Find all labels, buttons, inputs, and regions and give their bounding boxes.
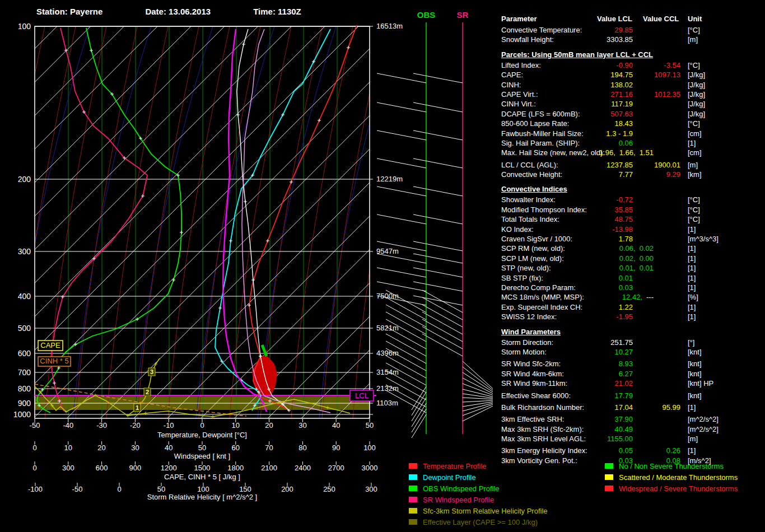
temp-axis-tick-label: 20 — [265, 421, 273, 430]
isotherm-line — [0, 26, 225, 418]
pressure-tick-label: 500 — [18, 324, 31, 333]
row-unit: [1] — [688, 283, 696, 292]
row-unit: [°C] — [688, 26, 700, 34]
row-value-ccl: 1097.13 — [493, 71, 680, 79]
row-value-ccl: 0.26 — [493, 446, 680, 455]
srh-axis-tick-label: 300 — [365, 485, 377, 493]
row-value-ccl: 9.29 — [493, 170, 680, 179]
skewt-app-window: Station: PayerneDate: 13.06.2013Time: 11… — [0, 0, 765, 532]
row-unit: [1] — [688, 264, 696, 272]
row-value-lcl: -13.98 — [493, 225, 633, 234]
temp-axis-tick-label: 40 — [332, 421, 340, 430]
wind-axis-axis-title: Windspeed [ knt ] — [174, 452, 230, 460]
srh-axis-tick-label: 50 — [157, 485, 165, 493]
row-unit: [knt] — [688, 348, 702, 356]
pressure-tick-label: 900 — [18, 399, 31, 408]
sr-wind-barb — [413, 130, 463, 140]
sr-wind-barb — [413, 73, 463, 83]
moist-adiabat-line — [445, 26, 493, 418]
row-unit: [1] — [688, 446, 696, 455]
isotherm-line — [34, 26, 426, 418]
height-label: 3154m — [376, 368, 399, 376]
srh-km-label: 2 — [146, 389, 149, 395]
row-unit: [knt] — [688, 360, 702, 368]
profile-legend-item: Dewpoint Profile — [409, 472, 548, 483]
row-value-ccl: -3.54 — [493, 61, 680, 69]
table-row: CAPE:194.751097.13[J/kg] — [493, 71, 765, 80]
row-value-lcl: 40.49 — [493, 425, 633, 433]
row-value-pair: 12.42,--- — [493, 293, 654, 301]
pressure-tick-label: 300 — [18, 247, 31, 256]
profile-legend-swatch — [409, 474, 417, 480]
row-unit: [°C] — [688, 119, 700, 128]
temp-axis-tick-label: 10 — [232, 421, 240, 430]
row-value-lcl: 10.27 — [493, 348, 633, 356]
row-value-lcl: 0.03 — [493, 283, 633, 292]
row-unit: [J/kg] — [688, 100, 705, 108]
table-row: Sig. Hail Param. (SHIP):0.06[1] — [493, 139, 765, 148]
row-value-lcl: 1.3 - 1.9 — [493, 129, 633, 138]
row-unit: [m] — [688, 35, 698, 44]
obs-wind-barb — [377, 296, 426, 305]
row-unit: [°C] — [688, 215, 700, 223]
obs-wind-barb — [386, 290, 426, 312]
sr-wind-barb — [413, 296, 463, 305]
srh-km-label: 3 — [150, 368, 153, 375]
height-label: 4396m — [376, 349, 399, 357]
obs-wind-barb — [377, 158, 426, 168]
profile-legend-swatch — [409, 519, 417, 525]
table-row: Convective Temperature:29.85[°C] — [493, 26, 765, 35]
table-row: Snowfall Height:3303.85[m] — [493, 35, 765, 45]
table-row: KO Index:-13.98[1] — [493, 225, 765, 235]
sr-wind-barb — [413, 214, 463, 224]
temp-axis-tick-label: -40 — [63, 421, 73, 430]
row-value-lcl: 35.85 — [493, 206, 633, 214]
moist-adiabat-line — [76, 26, 137, 418]
height-label: 5821m — [376, 324, 399, 332]
row-unit: [1] — [688, 403, 696, 412]
row-value: 0.02, — [619, 254, 636, 263]
row-unit: [°C] — [688, 206, 700, 214]
profile-legend-item: SR Windspeed Profile — [409, 494, 548, 505]
obs-wind-barb — [377, 73, 426, 83]
profile-legend: Temperature ProfileDewpoint ProfileOBS W… — [409, 460, 548, 528]
temp-axis-tick-label: -30 — [96, 421, 107, 430]
profile-legend-label: OBS Windspeed Profile — [423, 484, 500, 493]
row-value: 1.66, — [619, 148, 636, 157]
srh-axis-tick-label: -50 — [72, 485, 83, 493]
row-unit: [knt] HP — [688, 379, 713, 388]
moist-adiabat-line — [414, 26, 476, 418]
severity-legend-item: Scattered / Moderate Thunderstorms — [605, 472, 738, 483]
table-row: STP (new, old):0.01,0.01[1] — [493, 264, 765, 273]
height-label: 16513m — [376, 22, 403, 30]
table-row: Max 3km SRH (Sfc-2km):40.49[m^2/s^2] — [493, 425, 765, 435]
table-header-value_lcl: Value LCL — [597, 15, 632, 23]
pressure-tick-label: 1000 — [13, 410, 31, 419]
sr-wind-barb — [422, 297, 463, 320]
moist-adiabat-line — [476, 26, 493, 418]
cape-axis-tick-label: 1800 — [227, 464, 244, 472]
table-row: Modified Thompson Index:35.85[°C] — [493, 206, 765, 215]
wind-axis-tick-label: 70 — [265, 444, 273, 452]
sr-wind-barb — [422, 312, 463, 334]
table-row: CINH:138.02[J/kg] — [493, 81, 765, 90]
wind-axis-tick-label: 0 — [32, 444, 36, 452]
row-unit: [J/kg] — [688, 81, 705, 89]
section-title: Convective Indices — [493, 185, 765, 195]
row-value: 0.01, — [619, 264, 636, 272]
row-value-lcl: 17.79 — [493, 391, 633, 400]
table-row: SCP RM (new, old):0.06,0.02[1] — [493, 244, 765, 254]
table-row: Effective Shear 6000:17.79[knt] — [493, 391, 765, 401]
table-row: Max 3km SRH Level AGL:1155.00[m] — [493, 435, 765, 444]
sr-wind-barb — [413, 102, 463, 112]
moist-adiabat-line — [353, 26, 414, 418]
row-unit: [°C] — [688, 61, 700, 69]
row-value-ccl: 95.99 — [493, 403, 680, 412]
row-value-lcl: 21.02 — [493, 379, 633, 388]
row-value: 0.06, — [619, 244, 636, 253]
cape-axis-tick-label: 1500 — [194, 464, 211, 472]
severity-legend-swatch — [605, 463, 613, 469]
height-label: 12219m — [376, 175, 403, 183]
row-unit: [1] — [688, 139, 696, 147]
srh-axis-tick-label: 0 — [117, 485, 121, 493]
